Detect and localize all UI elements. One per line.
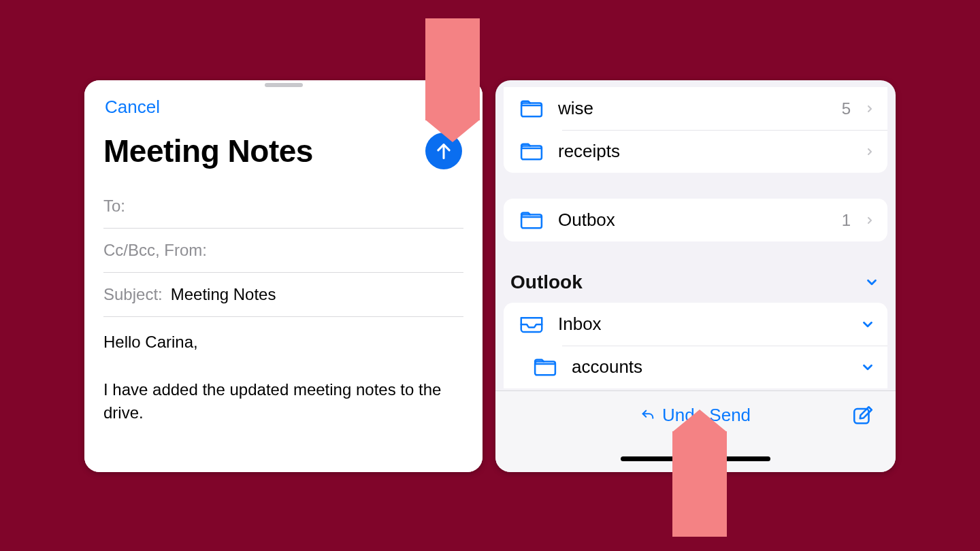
compose-body[interactable]: Hello Carina, I have added the updated m… <box>84 317 483 472</box>
subject-value: Meeting Notes <box>171 285 276 304</box>
to-field[interactable]: To: <box>103 184 463 229</box>
section-title: Outlook <box>510 271 583 293</box>
tray-icon <box>519 314 544 335</box>
chevron-right-icon <box>864 213 875 228</box>
undo-icon <box>640 408 655 423</box>
callout-arrow-send <box>425 18 480 120</box>
mailbox-row[interactable]: Outbox1 <box>504 199 887 241</box>
chevron-right-icon <box>864 144 875 159</box>
mailbox-name: wise <box>558 98 828 119</box>
folder-icon <box>519 210 544 231</box>
chevron-right-icon <box>864 101 875 116</box>
arrow-up-icon <box>434 141 453 161</box>
compose-icon <box>851 404 875 427</box>
folder-icon <box>532 357 558 378</box>
callout-arrow-undo <box>672 431 727 537</box>
mailbox-group: Inboxaccounts <box>504 303 887 388</box>
subject-field[interactable]: Subject: Meeting Notes <box>103 273 463 317</box>
mailbox-count: 5 <box>842 99 851 118</box>
sheet-grabber[interactable] <box>265 83 303 87</box>
mailbox-group: Outbox1 <box>504 199 887 241</box>
mailbox-row[interactable]: Inbox <box>504 303 887 346</box>
mailbox-name: receipts <box>558 141 851 162</box>
mailbox-row[interactable]: receipts <box>504 130 887 173</box>
mailbox-name: Outbox <box>558 210 828 231</box>
mailbox-group: wise5receipts <box>504 87 887 173</box>
cc-label: Cc/Bcc, From: <box>103 241 207 260</box>
mailbox-name: accounts <box>572 356 847 378</box>
chevron-down-icon <box>860 317 875 332</box>
chevron-down-icon <box>860 360 875 375</box>
compose-sheet: Cancel Meeting Notes To: Cc/Bcc, From: S <box>84 80 483 472</box>
compose-button[interactable] <box>848 401 878 431</box>
mailbox-row[interactable]: accounts <box>504 346 887 388</box>
subject-label: Subject: <box>103 285 163 304</box>
cancel-button[interactable]: Cancel <box>105 97 160 118</box>
chevron-down-icon <box>864 275 879 290</box>
folder-icon <box>519 99 544 119</box>
account-section-header[interactable]: Outlook <box>495 267 896 303</box>
to-label: To: <box>103 197 125 216</box>
mailbox-count: 1 <box>842 211 851 230</box>
compose-title: Meeting Notes <box>103 133 313 169</box>
cc-bcc-from-field[interactable]: Cc/Bcc, From: <box>103 229 463 273</box>
mailbox-name: Inbox <box>558 314 847 335</box>
mailbox-row[interactable]: wise5 <box>504 87 887 130</box>
folder-icon <box>519 141 544 162</box>
